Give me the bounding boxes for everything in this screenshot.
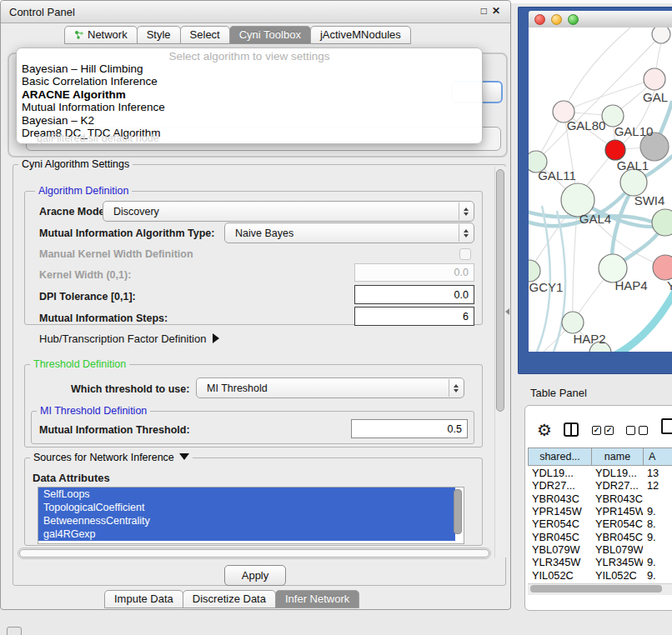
network-edge[interactable] xyxy=(564,28,630,112)
network-edge[interactable] xyxy=(610,291,672,352)
network-edge[interactable] xyxy=(537,206,550,352)
column-header[interactable]: A xyxy=(644,448,672,465)
settings-vscrollbar-thumb[interactable] xyxy=(496,169,504,412)
gear-icon[interactable]: ⚙ xyxy=(537,420,552,440)
table-cell[interactable]: YER054C xyxy=(591,518,643,530)
hub-tf-section[interactable]: Hub/Transcription Factor Definition xyxy=(39,332,219,345)
table-cell[interactable]: 9. xyxy=(643,569,672,582)
table-row[interactable]: YDL19...YDL19...13 xyxy=(528,467,672,479)
mi-steps-field[interactable]: 6 xyxy=(354,307,474,326)
close-window-icon[interactable]: ✕ xyxy=(492,5,500,17)
table-cell[interactable]: 12 xyxy=(643,479,672,492)
network-node[interactable] xyxy=(620,169,647,196)
mi-threshold-field[interactable]: 0.5 xyxy=(351,419,468,438)
aracne-mode-select[interactable]: Discovery xyxy=(103,201,474,222)
zoom-traffic-light-icon[interactable] xyxy=(568,14,579,25)
network-window-titlebar[interactable] xyxy=(529,11,672,29)
table-cell[interactable]: YIL052C xyxy=(591,569,643,582)
table-cell[interactable]: 9. xyxy=(643,505,672,518)
network-node[interactable] xyxy=(529,260,540,282)
tab-select[interactable]: Select xyxy=(180,26,230,44)
table-row[interactable]: YIL052CYIL052C9. xyxy=(528,568,672,581)
apply-button[interactable]: Apply xyxy=(224,565,286,586)
checked-box-icon[interactable]: ✓ xyxy=(592,426,601,435)
table-body[interactable]: YDL19...YDL19...13YDR27...YDR27...12YBR0… xyxy=(528,467,672,582)
table-cell[interactable]: YBR043C xyxy=(528,492,591,505)
unchecked-box-icon[interactable] xyxy=(639,426,648,435)
tab-label: Style xyxy=(147,27,171,43)
column-header[interactable]: name xyxy=(592,448,644,465)
algorithm-option-selected[interactable]: ARACNE Algorithm xyxy=(17,88,482,101)
table-cell[interactable]: YBR045C xyxy=(591,531,643,543)
tab-cyni-toolbox[interactable]: Cyni Toolbox xyxy=(229,26,311,44)
columns-icon[interactable] xyxy=(564,422,579,437)
sources-group-title[interactable]: Sources for Network Inference xyxy=(30,452,193,463)
close-traffic-light-icon[interactable] xyxy=(534,14,545,25)
data-attributes-list[interactable]: SelfLoops TopologicalCoefficient Between… xyxy=(38,487,464,544)
checked-box-icon[interactable]: ✓ xyxy=(604,426,614,435)
table-cell[interactable]: YDR27... xyxy=(528,479,591,492)
network-node[interactable] xyxy=(605,140,625,160)
table-cell[interactable]: YLR345W xyxy=(528,556,591,568)
column-header[interactable]: shared... xyxy=(529,448,592,465)
table-cell[interactable]: YBL079W xyxy=(528,543,591,556)
attribute-item-selected[interactable]: gal4RGexp xyxy=(38,528,455,541)
kernel-width-field[interactable]: 0.0 xyxy=(354,263,474,282)
network-node[interactable] xyxy=(652,28,670,43)
table-cell[interactable]: YBL079W xyxy=(591,543,643,556)
attribute-item-selected[interactable]: SelfLoops xyxy=(38,488,455,501)
table-cell[interactable]: YDL19... xyxy=(528,467,591,479)
table-hscrollbar-thumb[interactable] xyxy=(530,585,662,592)
float-window-icon[interactable]: □ xyxy=(481,5,487,17)
bottom-left-partial-button[interactable] xyxy=(7,627,22,635)
table-row[interactable]: YDR27...YDR27...12 xyxy=(528,479,672,492)
manual-kernel-checkbox[interactable] xyxy=(459,248,471,260)
dpi-tolerance-field[interactable]: 0.0 xyxy=(354,285,474,304)
table-cell[interactable]: YBR045C xyxy=(528,531,591,543)
network-node[interactable] xyxy=(653,255,672,280)
algorithm-option[interactable]: Bayesian – K2 xyxy=(17,114,482,127)
table-cell[interactable]: YDR27... xyxy=(591,479,643,492)
network-canvas[interactable]: GALGAL80GAL10GAL1GAL11SWI4GAL4GCY1HAP4YH… xyxy=(529,28,672,352)
table-row[interactable]: YPR145WYPR145W9. xyxy=(528,505,672,518)
table-cell[interactable]: YPR145W xyxy=(528,505,591,518)
table-cell[interactable]: YDL19... xyxy=(591,467,643,479)
mi-type-select[interactable]: Naive Bayes xyxy=(224,222,474,243)
table-row[interactable]: YBL079WYBL079W xyxy=(528,543,672,556)
tab-jactivemnodules[interactable]: jActiveMNodules xyxy=(310,26,411,44)
attributes-scrollbar[interactable] xyxy=(454,489,462,534)
table-cell[interactable]: YLR345W xyxy=(591,556,643,568)
table-cell[interactable]: YBR043C xyxy=(591,492,643,505)
attribute-item-selected[interactable]: BetweennessCentrality xyxy=(38,514,455,528)
table-cell[interactable]: YPR145W xyxy=(591,505,643,518)
algorithm-option[interactable]: Mutual Information Inference xyxy=(17,101,482,113)
table-header-row[interactable]: shared... name A xyxy=(528,448,672,466)
table-cell[interactable]: 13 xyxy=(643,467,672,479)
algorithm-option[interactable]: Basic Correlation Inference xyxy=(17,75,482,88)
tab-discretize-data[interactable]: Discretize Data xyxy=(183,590,276,608)
document-icon[interactable] xyxy=(661,418,672,434)
table-row[interactable]: YBR045CYBR045C9. xyxy=(528,530,672,542)
algorithm-option[interactable]: Bayesian – Hill Climbing xyxy=(17,62,482,75)
tab-network[interactable]: Network xyxy=(64,26,138,44)
minimize-traffic-light-icon[interactable] xyxy=(551,14,562,25)
tab-infer-network[interactable]: Infer Network xyxy=(275,590,359,608)
attribute-item-selected[interactable]: TopologicalCoefficient xyxy=(38,501,455,514)
table-row[interactable]: YER054CYER054C8. xyxy=(528,518,672,530)
table-cell[interactable]: 9. xyxy=(643,556,672,568)
divider-collapse-arrow-icon[interactable] xyxy=(505,308,509,315)
table-cell[interactable]: 8. xyxy=(643,518,672,530)
tab-impute-data[interactable]: Impute Data xyxy=(104,590,183,608)
table-row[interactable]: YBR043CYBR043C xyxy=(528,492,672,505)
network-node[interactable] xyxy=(652,209,672,236)
network-node[interactable] xyxy=(562,312,584,333)
table-row[interactable]: YLR345WYLR345W9. xyxy=(528,556,672,568)
network-node[interactable] xyxy=(644,68,665,90)
table-cell[interactable]: 9. xyxy=(643,531,672,543)
unchecked-box-icon[interactable] xyxy=(626,426,635,435)
table-cell[interactable]: YIL052C xyxy=(528,569,591,582)
tab-style[interactable]: Style xyxy=(137,26,181,44)
table-cell[interactable]: YER054C xyxy=(528,518,591,530)
settings-hscrollbar-thumb[interactable] xyxy=(19,549,489,558)
which-threshold-select[interactable]: MI Threshold xyxy=(196,378,464,398)
